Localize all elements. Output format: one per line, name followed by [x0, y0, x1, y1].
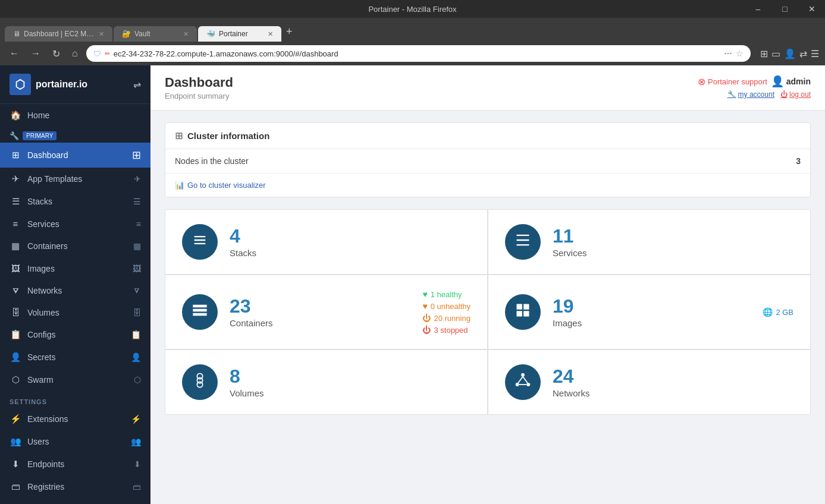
- sidebar-item-secrets[interactable]: 👤 Secrets 👤: [0, 346, 150, 368]
- connect-icon[interactable]: ⇌: [133, 79, 141, 90]
- cluster-icon: ⊞: [175, 130, 183, 141]
- back-button[interactable]: ←: [6, 46, 23, 61]
- primary-badge: PRIMARY: [23, 131, 57, 140]
- networks-card[interactable]: 24 Networks: [488, 350, 810, 414]
- portainer-logo-icon: [10, 74, 31, 95]
- containers-stats: ♥ 1 healthy ♥ 0 unhealthy ⏻ 20 running: [422, 289, 470, 335]
- sidebar-primary-section: 🔧 PRIMARY: [0, 127, 150, 143]
- images-stats: 🌐 2 GB: [763, 307, 793, 317]
- services-card[interactable]: 11 Services: [488, 210, 810, 274]
- sidebar-item-swarm[interactable]: ⬡ Swarm ⬡: [0, 368, 150, 391]
- containers-card[interactable]: 23 Containers ♥ 1 healthy ♥ 0 unhealthy: [165, 275, 487, 349]
- sidebar-item-users[interactable]: 👥 Users 👥: [0, 430, 150, 453]
- containers-icon: ▦: [10, 241, 21, 251]
- volumes-label: Volumes: [230, 388, 470, 398]
- minimize-button[interactable]: –: [745, 0, 771, 18]
- volumes-card[interactable]: 8 Volumes: [165, 350, 487, 414]
- images-card[interactable]: 19 Images 🌐 2 GB: [488, 275, 810, 349]
- containers-running-stat: ⏻ 20 running: [422, 313, 470, 323]
- volumes-card-icon: [192, 372, 208, 392]
- running-power-icon: ⏻: [422, 313, 431, 323]
- images-label: Images: [553, 318, 751, 328]
- sync-icon[interactable]: ⇄: [799, 48, 807, 59]
- more-icon[interactable]: ⋯: [724, 49, 732, 58]
- networks-label: Networks: [553, 388, 793, 398]
- browser-tab-2[interactable]: 🐳 Portainer ✕: [198, 26, 281, 42]
- networks-card-info: 24 Networks: [553, 367, 793, 398]
- sidebar-item-volumes[interactable]: 🗄 Volumes 🗄: [0, 301, 150, 323]
- sidebar-item-networks[interactable]: ⛛ Networks ⛛: [0, 279, 150, 301]
- sidebar-item-settings[interactable]: ⚙ Settings ⚙: [0, 497, 150, 504]
- volumes-count: 8: [230, 367, 470, 386]
- forward-button[interactable]: →: [27, 46, 44, 61]
- browser-tab-1[interactable]: 🔐 Vault ✕: [114, 26, 197, 42]
- address-bar[interactable]: 🛡 ✏ ec2-34-232-78-22.compute-1.amazonaws…: [86, 45, 751, 62]
- containers-card-info: 23 Containers: [230, 297, 410, 328]
- networks-count: 24: [553, 367, 793, 386]
- profile-icon[interactable]: 👤: [784, 48, 796, 59]
- sidebar-dashboard-label: Dashboard: [27, 150, 68, 160]
- sidebar-item-app-templates[interactable]: ✈ App Templates ✈: [0, 168, 150, 190]
- home-icon: 🏠: [10, 110, 21, 121]
- sidebar-item-services[interactable]: ≡ Services ≡: [0, 213, 150, 235]
- stacks-count: 4: [230, 226, 470, 245]
- services-card-icon: [515, 232, 531, 252]
- browser-tab-0[interactable]: 🖥 Dashboard | EC2 Manage... ✕: [5, 26, 112, 42]
- svg-point-3: [521, 373, 525, 377]
- containers-label: Containers: [230, 318, 410, 328]
- sidebar-item-extensions[interactable]: ⚡ Extensions ⚡: [0, 408, 150, 430]
- sidebar-app-templates-label: App Templates: [27, 174, 82, 184]
- cluster-info-panel: ⊞ Cluster information Nodes in the clust…: [165, 122, 811, 197]
- stopped-count: 3 stopped: [434, 326, 468, 335]
- sidebar-services-label: Services: [27, 219, 59, 229]
- cluster-visualizer-link[interactable]: 📊 Go to cluster visualizer: [175, 181, 801, 190]
- my-account-link[interactable]: 🔧 my account: [727, 90, 774, 99]
- images-size-icon: 🌐: [763, 307, 773, 317]
- maximize-button[interactable]: □: [771, 0, 798, 18]
- tab-close-0[interactable]: ✕: [99, 30, 104, 38]
- sidebar: portainer.io ⇌ 🏠 Home 🔧 PRIMARY ⊞ Dashbo…: [0, 65, 150, 504]
- pencil-icon: ✏: [105, 50, 110, 58]
- cluster-nodes-value: 3: [796, 156, 801, 166]
- cluster-info-header: ⊞ Cluster information: [165, 123, 810, 149]
- sidebar-item-endpoints[interactable]: ⬇ Endpoints ⬇: [0, 453, 150, 475]
- sidebar-item-home[interactable]: 🏠 Home: [0, 104, 150, 127]
- sidebar-images-label: Images: [27, 264, 55, 273]
- services-label: Services: [553, 248, 793, 258]
- users-icon2: 👥: [131, 437, 141, 446]
- tab-close-1[interactable]: ✕: [183, 30, 189, 38]
- new-tab-button[interactable]: +: [283, 22, 296, 42]
- wrench-icon: 🔧: [727, 90, 736, 99]
- sidebar-item-containers[interactable]: ▦ Containers ▦: [0, 235, 150, 257]
- healthy-count: 1 healthy: [431, 290, 462, 299]
- tab-close-2[interactable]: ✕: [268, 30, 273, 38]
- configs-list-icon: 📋: [131, 330, 141, 339]
- stacks-card[interactable]: 4 Stacks: [165, 210, 487, 274]
- logout-link[interactable]: ⏻ log out: [780, 90, 811, 99]
- bookmark-icon[interactable]: ☆: [736, 49, 744, 58]
- secrets-list-icon: 👤: [131, 352, 141, 362]
- address-text: ec2-34-232-78-22.compute-1.amazonaws.com…: [114, 49, 338, 58]
- configs-icon: 📋: [10, 329, 21, 340]
- main-content: Dashboard Endpoint summary ⊗ Portainer s…: [150, 65, 825, 504]
- sidebar-item-registries[interactable]: 🗃 Registries 🗃: [0, 475, 150, 497]
- containers-stopped-stat: ⏻ 3 stopped: [422, 325, 470, 335]
- tab-favicon-2: 🐳: [206, 30, 215, 38]
- home-button[interactable]: ⌂: [68, 46, 81, 61]
- dashboard-cards-grid: 4 Stacks 11 Service: [165, 209, 811, 415]
- endpoints-icon2: ⬇: [134, 459, 141, 469]
- sidebar-item-stacks[interactable]: ☰ Stacks ☰: [0, 190, 150, 213]
- sidebar-item-dashboard[interactable]: ⊞ Dashboard ⊞: [0, 143, 150, 168]
- portainer-support-link[interactable]: ⊗ Portainer support: [698, 76, 767, 87]
- sidebar-item-configs[interactable]: 📋 Configs 📋: [0, 323, 150, 346]
- networks-list-icon: ⛛: [133, 286, 141, 295]
- sidebar-icon[interactable]: ▭: [771, 48, 780, 59]
- cluster-visualizer-row: 📊 Go to cluster visualizer: [165, 174, 810, 197]
- extensions-icon[interactable]: ⊞: [760, 48, 768, 59]
- networks-icon: ⛛: [10, 285, 21, 295]
- sidebar-item-images[interactable]: 🖼 Images 🖼: [0, 257, 150, 279]
- menu-icon[interactable]: ☰: [811, 48, 819, 59]
- services-count: 11: [553, 226, 793, 245]
- reload-button[interactable]: ↻: [49, 46, 64, 62]
- close-button[interactable]: ✕: [798, 0, 825, 18]
